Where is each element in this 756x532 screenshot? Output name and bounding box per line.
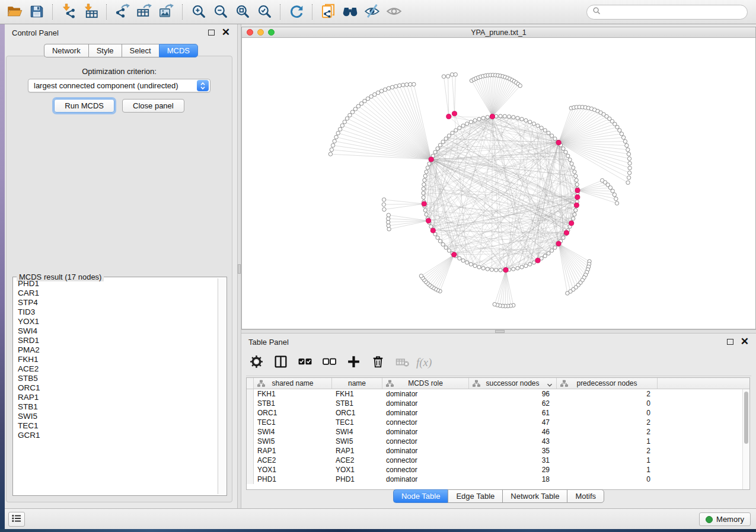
table-cell: 2 <box>557 389 658 399</box>
table-row[interactable]: SWI5SWI5connector431 <box>247 437 749 446</box>
mcds-result-item[interactable]: FKH1 <box>15 355 217 364</box>
mcds-result-item[interactable]: STB5 <box>15 374 217 383</box>
mcds-result-item[interactable]: YOX1 <box>15 317 217 326</box>
column-header-predecessor-nodes[interactable]: predecessor nodes <box>557 378 658 389</box>
zoom-out-icon <box>213 4 228 21</box>
mcds-result-item[interactable]: TEC1 <box>15 421 217 431</box>
table-row[interactable]: RAP1RAP1dominator352 <box>247 446 749 456</box>
save-session-button[interactable] <box>25 2 47 22</box>
mcds-list-scrollbar[interactable] <box>218 278 225 494</box>
column-header-shared-name[interactable]: shared name <box>254 378 332 389</box>
vertical-splitter[interactable] <box>237 24 241 508</box>
shared-column-icon <box>386 380 394 389</box>
mcds-result-list[interactable]: PHD1CAR1STP4TID3YOX1SWI4SRD1PMA2FKH1ACE2… <box>15 279 217 493</box>
mcds-result-item[interactable]: ORC1 <box>15 383 217 393</box>
table-row[interactable]: STB1STB1dominator620 <box>247 399 749 408</box>
column-header-name[interactable]: name <box>332 378 382 389</box>
network-window-titlebar[interactable]: YPA_prune.txt_1 <box>242 27 755 38</box>
node-table: shared namenameMCDS rolesuccessor nodesp… <box>246 377 750 490</box>
mcds-result-item[interactable]: TID3 <box>15 307 217 317</box>
export-table-button[interactable] <box>133 2 155 22</box>
table-scrollbar[interactable] <box>742 389 749 489</box>
control-panel-header: Control Panel ✕ <box>5 24 237 41</box>
clone-network-button[interactable] <box>317 2 339 22</box>
table-cell: ORC1 <box>332 408 382 418</box>
row-header-gutter <box>247 399 254 408</box>
horizontal-splitter[interactable] <box>241 329 756 334</box>
tab-style[interactable]: Style <box>88 44 122 57</box>
search-input[interactable] <box>604 8 742 16</box>
import-network-button[interactable] <box>58 2 79 22</box>
tab-mcds[interactable]: MCDS <box>159 44 198 57</box>
table-row[interactable]: SWI4SWI4dominator462 <box>247 427 749 437</box>
memory-button[interactable]: Memory <box>699 512 751 526</box>
mcds-result-item[interactable]: CAR1 <box>15 289 217 298</box>
splitter-grip[interactable] <box>495 330 505 333</box>
splitter-grip[interactable] <box>238 264 241 274</box>
show-all-icon <box>386 3 402 21</box>
mcds-result-item[interactable]: SWI4 <box>15 326 217 336</box>
table-cell: SWI4 <box>332 427 382 437</box>
memory-status-icon <box>706 516 713 523</box>
close-panel-button[interactable]: Close panel <box>122 99 184 113</box>
export-image-button[interactable] <box>155 2 177 22</box>
table-row[interactable]: YOX1YOX1connector291 <box>247 465 749 475</box>
shared-column-icon <box>473 380 480 389</box>
search-box[interactable] <box>586 5 748 20</box>
split-panel-button[interactable] <box>270 352 291 373</box>
mcds-result-item[interactable]: STP4 <box>15 298 217 307</box>
table-cell: 96 <box>469 389 557 399</box>
criterion-select[interactable]: largest connected component (undirected) <box>28 79 210 92</box>
find-button[interactable] <box>339 2 361 22</box>
close-panel-icon[interactable]: ✕ <box>222 30 230 36</box>
network-view[interactable] <box>242 38 755 329</box>
zoom-selected-button[interactable] <box>253 2 275 22</box>
import-table-button[interactable] <box>79 2 101 22</box>
table-row[interactable]: ACE2ACE2connector311 <box>247 456 749 465</box>
hide-selected-button[interactable] <box>361 2 383 22</box>
scrollbar-thumb[interactable] <box>744 392 748 444</box>
table-row[interactable]: ORC1ORC1dominator610 <box>247 408 749 418</box>
panel-selector-button[interactable] <box>8 512 25 527</box>
toolbar-separator <box>312 4 312 20</box>
tab-edge-table[interactable]: Edge Table <box>448 489 502 503</box>
zoom-in-button[interactable] <box>187 2 209 22</box>
select-all-checkboxes-button[interactable] <box>295 352 315 373</box>
tab-motifs[interactable]: Motifs <box>567 489 604 503</box>
close-panel-icon[interactable]: ✕ <box>741 339 749 345</box>
add-column-button[interactable] <box>343 352 363 373</box>
tab-network-table[interactable]: Network Table <box>502 489 567 503</box>
delete-column-button[interactable] <box>368 352 388 373</box>
mcds-result-item[interactable]: GCR1 <box>15 431 217 440</box>
settings-gear-button[interactable] <box>246 352 266 373</box>
zoom-out-button[interactable] <box>209 2 231 22</box>
show-all-button[interactable] <box>383 2 405 22</box>
table-row[interactable]: PHD1PHD1dominator180 <box>247 475 749 484</box>
mcds-result-item[interactable]: STB1 <box>15 402 217 412</box>
mcds-result-item[interactable]: PHD1 <box>15 279 217 289</box>
tab-select[interactable]: Select <box>122 44 159 57</box>
table-cell: SWI5 <box>254 437 332 446</box>
float-panel-icon[interactable] <box>208 30 215 36</box>
table-row[interactable]: FKH1FKH1dominator962 <box>247 389 749 399</box>
column-header-MCDS-role[interactable]: MCDS role <box>382 378 469 389</box>
table-row[interactable]: TEC1TEC1connector472 <box>247 418 749 427</box>
table-cell: RAP1 <box>254 446 332 456</box>
mcds-result-item[interactable]: PMA2 <box>15 345 217 355</box>
mcds-result-item[interactable]: RAP1 <box>15 393 217 402</box>
zoom-fit-button[interactable] <box>231 2 253 22</box>
run-mcds-button[interactable]: Run MCDS <box>54 99 114 113</box>
mcds-result-item[interactable]: ACE2 <box>15 364 217 374</box>
export-network-button[interactable] <box>111 2 133 22</box>
float-panel-icon[interactable] <box>727 339 733 345</box>
deselect-all-checkboxes-button[interactable] <box>319 352 339 373</box>
column-header-successor-nodes[interactable]: successor nodes <box>469 378 557 389</box>
open-file-button[interactable] <box>4 2 25 22</box>
tab-node-table[interactable]: Node Table <box>393 489 448 503</box>
tab-network[interactable]: Network <box>44 44 88 57</box>
network-graph[interactable] <box>242 38 755 329</box>
mcds-result-item[interactable]: SWI5 <box>15 412 217 421</box>
table-cell: dominator <box>382 446 469 456</box>
mcds-result-item[interactable]: SRD1 <box>15 336 217 345</box>
refresh-view-button[interactable] <box>285 2 307 22</box>
